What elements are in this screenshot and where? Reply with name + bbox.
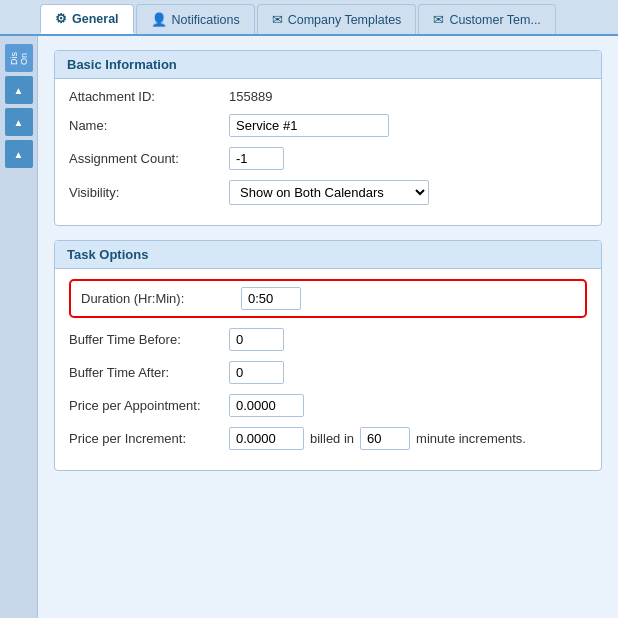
tab-bar: ⚙ General 👤 Notifications ✉ Company Temp… <box>0 0 618 36</box>
name-input[interactable] <box>229 114 389 137</box>
gear-icon: ⚙ <box>55 11 67 26</box>
visibility-row: Visibility: Show on Both Calendars Show … <box>69 180 587 205</box>
price-appt-row: Price per Appointment: <box>69 394 587 417</box>
price-appt-input[interactable] <box>229 394 304 417</box>
sidebar-item-2[interactable]: ▲ <box>5 76 33 104</box>
buffer-after-row: Buffer Time After: <box>69 361 587 384</box>
page-layout: DisOn ▲ ▲ ▲ Basic Information Attachment… <box>0 36 618 618</box>
duration-row: Duration (Hr:Min): <box>69 279 587 318</box>
mail-icon: ✉ <box>272 12 283 27</box>
visibility-label: Visibility: <box>69 185 229 200</box>
task-options-header: Task Options <box>55 241 601 269</box>
attachment-id-value: 155889 <box>229 89 272 104</box>
buffer-after-input[interactable] <box>229 361 284 384</box>
attachment-id-label: Attachment ID: <box>69 89 229 104</box>
mail2-icon: ✉ <box>433 12 444 27</box>
sidebar-item-1[interactable]: DisOn <box>5 44 33 72</box>
buffer-before-label: Buffer Time Before: <box>69 332 229 347</box>
name-label: Name: <box>69 118 229 133</box>
tab-company-templates[interactable]: ✉ Company Templates <box>257 4 417 34</box>
price-appt-label: Price per Appointment: <box>69 398 229 413</box>
billed-in-text: billed in <box>310 431 354 446</box>
person-icon: 👤 <box>151 12 167 27</box>
sidebar: DisOn ▲ ▲ ▲ <box>0 36 38 618</box>
duration-label: Duration (Hr:Min): <box>81 291 241 306</box>
price-increment-row: Price per Increment: billed in minute in… <box>69 427 587 450</box>
basic-info-section: Basic Information Attachment ID: 155889 … <box>54 50 602 226</box>
name-row: Name: <box>69 114 587 137</box>
price-increment-input[interactable] <box>229 427 304 450</box>
task-options-body: Duration (Hr:Min): Buffer Time Before: B… <box>55 269 601 470</box>
basic-info-header: Basic Information <box>55 51 601 79</box>
buffer-before-row: Buffer Time Before: <box>69 328 587 351</box>
increment-value-input[interactable] <box>360 427 410 450</box>
minute-increments-text: minute increments. <box>416 431 526 446</box>
visibility-select[interactable]: Show on Both Calendars Show on Customer … <box>229 180 429 205</box>
assignment-count-input[interactable] <box>229 147 284 170</box>
tab-general[interactable]: ⚙ General <box>40 4 134 34</box>
sidebar-item-3[interactable]: ▲ <box>5 108 33 136</box>
buffer-after-label: Buffer Time After: <box>69 365 229 380</box>
attachment-id-row: Attachment ID: 155889 <box>69 89 587 104</box>
tab-customer-templates[interactable]: ✉ Customer Tem... <box>418 4 555 34</box>
assignment-count-row: Assignment Count: <box>69 147 587 170</box>
duration-input[interactable] <box>241 287 301 310</box>
task-options-section: Task Options Duration (Hr:Min): Buffer T… <box>54 240 602 471</box>
basic-info-body: Attachment ID: 155889 Name: Assignment C… <box>55 79 601 225</box>
sidebar-item-4[interactable]: ▲ <box>5 140 33 168</box>
buffer-before-input[interactable] <box>229 328 284 351</box>
price-increment-label: Price per Increment: <box>69 431 229 446</box>
assignment-count-label: Assignment Count: <box>69 151 229 166</box>
main-content: Basic Information Attachment ID: 155889 … <box>38 36 618 618</box>
tab-notifications[interactable]: 👤 Notifications <box>136 4 255 34</box>
